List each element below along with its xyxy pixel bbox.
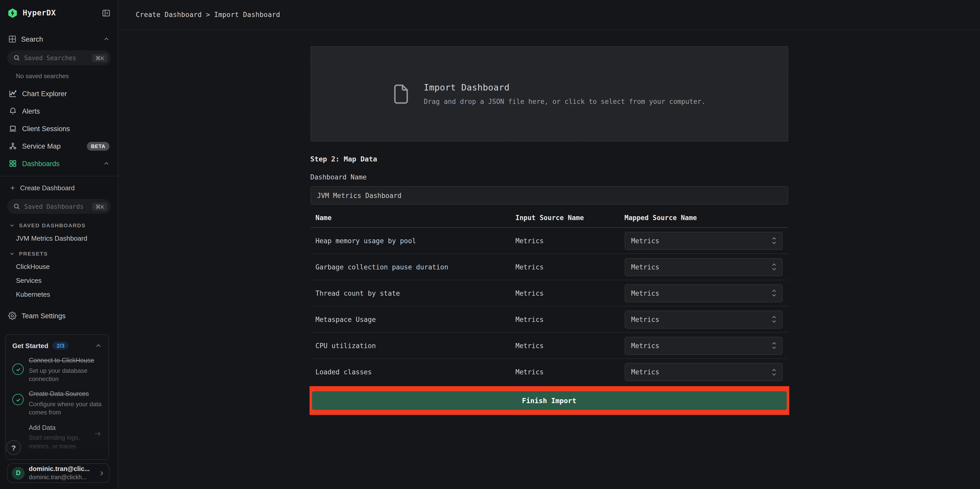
sidebar-item-services[interactable]: Services [16,277,118,284]
progress-badge: 2/3 [52,341,68,350]
dropzone-title: Import Dashboard [424,82,705,92]
saved-searches-searchbox[interactable]: ⌘K [7,50,111,65]
task-desc: Set up your database connection [29,366,102,383]
get-started-item-sources[interactable]: Create Data Sources Configure where your… [12,390,102,417]
main-area: Create Dashboard>Import Dashboard Import… [118,0,980,489]
chart-name-cell: Thread count by state [310,289,515,297]
table-row: Metaspace Usage Metrics Metrics [310,306,788,333]
saved-dashboards-searchbox[interactable]: ⌘K [7,199,111,214]
sidebar-item-chart-explorer[interactable]: Chart Explorer [0,85,118,102]
sidebar-item-service-map[interactable]: Service Map BETA [0,137,118,155]
get-started-title: Get Started [12,342,48,349]
service-map-icon [8,142,17,150]
search-section-icon [8,35,16,43]
chart-explorer-icon [8,89,17,98]
sidebar-item-dashboards[interactable]: Dashboards [0,155,118,172]
main-header: Create Dashboard>Import Dashboard [118,0,980,30]
task-title: Connect to ClickHouse [29,356,102,365]
create-dashboard-button[interactable]: Create Dashboard [0,180,118,195]
saved-searches-input[interactable] [24,54,88,61]
select-chevrons-icon [771,315,776,323]
group-header-label: PRESETS [19,250,48,256]
input-source-cell: Metrics [515,263,624,271]
sidebar-item-clickhouse[interactable]: ClickHouse [16,263,118,271]
table-row: Loaded classes Metrics Metrics [310,359,788,385]
column-header-mapped-source: Mapped Source Name [624,214,788,221]
table-row: Heap memory usage by pool Metrics Metric… [310,228,788,254]
collapse-sidebar-icon[interactable] [102,8,111,17]
breadcrumb-import-dashboard: Import Dashboard [214,11,280,19]
get-started-header[interactable]: Get Started 2/3 [12,341,102,350]
saved-dashboards-input[interactable] [24,203,88,210]
input-source-cell: Metrics [515,315,624,323]
create-dashboard-label: Create Dashboard [20,184,75,191]
breadcrumb-separator: > [206,11,210,19]
import-content: Import Dashboard Drag and drop a JSON fi… [310,46,788,415]
user-account-card[interactable]: D dominic.tran@clic... dominic.tran@clic… [7,463,110,483]
dashboard-name-label: Dashboard Name [310,173,788,181]
finish-import-button[interactable]: Finish Import [312,391,786,410]
chevron-up-icon [103,36,110,42]
chevron-up-icon [95,342,102,349]
sidebar-item-label: Chart Explorer [22,90,67,97]
table-row: CPU utilization Metrics Metrics [310,333,788,359]
check-circle-icon [12,363,24,375]
shortcut-badge: ⌘K [92,54,107,62]
sidebar-section-search[interactable]: Search [0,32,118,46]
mapped-source-select[interactable]: Metrics [624,310,782,328]
chart-name-cell: Heap memory usage by pool [310,237,515,244]
mapped-source-select[interactable]: Metrics [624,258,782,276]
dashboard-name-input[interactable] [310,186,788,205]
get-started-panel: Get Started 2/3 Connect to ClickHouse Se… [5,334,109,460]
bell-icon [8,107,17,115]
select-chevrons-icon [771,289,776,297]
input-source-cell: Metrics [515,342,624,349]
selected-value: Metrics [631,342,771,349]
presets-group-header[interactable]: PRESETS [9,250,118,256]
task-title: Add Data [29,424,102,432]
sidebar-divider [0,176,118,176]
breadcrumb: Create Dashboard>Import Dashboard [136,11,280,19]
chart-name-cell: Metaspace Usage [310,315,515,323]
help-button[interactable]: ? [6,440,21,455]
chevron-down-icon [9,251,15,256]
chevron-right-icon [98,470,105,476]
mapped-source-select[interactable]: Metrics [624,336,782,355]
breadcrumb-create-dashboard[interactable]: Create Dashboard [136,11,202,19]
input-source-cell: Metrics [515,368,624,376]
task-title: Create Data Sources [29,390,102,399]
sidebar-item-team-settings[interactable]: Team Settings [8,312,118,320]
search-icon [13,203,20,210]
mapped-source-select[interactable]: Metrics [624,232,782,250]
user-email: dominic.tran@clickh... [29,473,94,481]
mapped-source-select[interactable]: Metrics [624,363,782,381]
no-saved-searches-text: No saved searches [16,73,118,80]
task-desc: Configure where your data comes from [29,400,102,417]
shortcut-badge: ⌘K [92,202,107,210]
saved-dashboards-group-header[interactable]: SAVED DASHBOARDS [9,222,118,228]
select-chevrons-icon [771,237,776,245]
input-source-cell: Metrics [515,237,624,244]
group-header-label: SAVED DASHBOARDS [19,222,86,228]
dashboards-icon [8,159,17,167]
sidebar-item-kubernetes[interactable]: Kubernetes [16,290,118,298]
file-dropzone[interactable]: Import Dashboard Drag and drop a JSON fi… [310,46,788,142]
app-window: HyperDX Search ⌘K No saved searches [0,0,980,489]
chevron-up-icon [103,161,110,167]
sidebar-item-alerts[interactable]: Alerts [0,102,118,120]
team-settings-label: Team Settings [22,312,65,320]
get-started-item-connect[interactable]: Connect to ClickHouse Set up your databa… [12,356,102,383]
search-icon [13,54,20,61]
table-header-row: Name Input Source Name Mapped Source Nam… [310,214,788,228]
mapped-source-select[interactable]: Metrics [624,284,782,302]
sidebar-item-jvm-metrics-dashboard[interactable]: JVM Metrics Dashboard [16,234,118,242]
sidebar-item-client-sessions[interactable]: Client Sessions [0,120,118,137]
check-circle-icon [12,394,24,405]
get-started-item-add-data[interactable]: Add Data Start sending logs, metrics, or… [12,424,102,451]
sidebar: HyperDX Search ⌘K No saved searches [0,0,118,489]
selected-value: Metrics [631,315,771,323]
sidebar-item-label: Client Sessions [22,125,70,132]
file-icon [393,83,409,105]
select-chevrons-icon [771,368,776,376]
hyperdx-logo-icon [7,8,18,18]
